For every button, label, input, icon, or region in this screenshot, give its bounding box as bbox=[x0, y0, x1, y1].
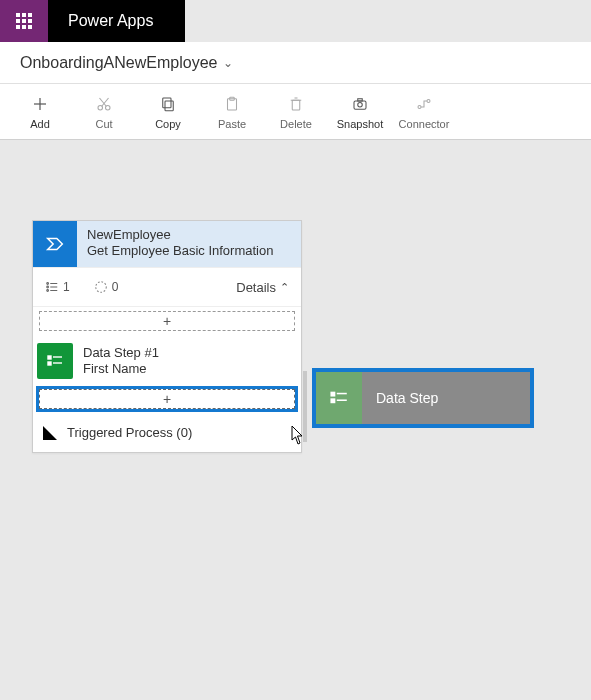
copy-icon bbox=[158, 94, 178, 114]
paste-button[interactable]: Paste bbox=[200, 84, 264, 140]
step-card-title-block: NewEmployee Get Employee Basic Informati… bbox=[77, 221, 301, 267]
triangle-icon bbox=[43, 426, 57, 440]
delete-button[interactable]: Delete bbox=[264, 84, 328, 140]
step-type-icon bbox=[33, 221, 77, 267]
step-card-header[interactable]: NewEmployee Get Employee Basic Informati… bbox=[33, 221, 301, 267]
triggered-process-row[interactable]: Triggered Process (0) bbox=[33, 415, 301, 452]
app-title: Power Apps bbox=[48, 12, 173, 30]
plus-icon: + bbox=[163, 391, 171, 407]
connector-label: Connector bbox=[399, 118, 450, 130]
svg-rect-31 bbox=[331, 399, 334, 402]
steps-count: 1 bbox=[45, 280, 70, 294]
svg-point-16 bbox=[418, 105, 421, 108]
details-toggle[interactable]: Details ⌃ bbox=[236, 280, 289, 295]
data-step-title: Data Step #1 bbox=[83, 345, 159, 361]
paste-label: Paste bbox=[218, 118, 246, 130]
add-button[interactable]: Add bbox=[8, 84, 72, 140]
svg-rect-10 bbox=[292, 100, 300, 110]
data-step-sub: First Name bbox=[83, 361, 159, 377]
svg-point-20 bbox=[47, 286, 49, 288]
svg-point-14 bbox=[358, 102, 363, 107]
pending-count-value: 0 bbox=[112, 280, 119, 294]
svg-point-18 bbox=[47, 283, 49, 285]
cut-label: Cut bbox=[95, 118, 112, 130]
waffle-icon bbox=[16, 13, 32, 29]
svg-point-22 bbox=[47, 290, 49, 292]
step-card-stats: 1 0 Details ⌃ bbox=[33, 267, 301, 307]
snapshot-button[interactable]: Snapshot bbox=[328, 84, 392, 140]
triggered-label: Triggered Process (0) bbox=[67, 425, 192, 440]
insert-slot-selected[interactable]: + bbox=[39, 389, 295, 409]
app-launcher-button[interactable] bbox=[0, 0, 48, 42]
connector-button[interactable]: Connector bbox=[392, 84, 456, 140]
svg-point-24 bbox=[95, 282, 106, 293]
data-step-icon bbox=[316, 372, 362, 424]
svg-point-17 bbox=[427, 99, 430, 102]
toolbar: Add Cut Copy Paste Delete Snapshot Con bbox=[0, 84, 591, 140]
svg-rect-25 bbox=[48, 356, 51, 359]
snapshot-label: Snapshot bbox=[337, 118, 383, 130]
copy-button[interactable]: Copy bbox=[136, 84, 200, 140]
step-title: NewEmployee bbox=[87, 227, 291, 243]
top-bar-spacer bbox=[185, 0, 591, 42]
step-subtitle: Get Employee Basic Information bbox=[87, 243, 291, 259]
chevron-down-icon[interactable]: ⌄ bbox=[223, 56, 233, 70]
plus-icon bbox=[30, 94, 50, 114]
data-step-text: Data Step #1 First Name bbox=[83, 345, 159, 378]
scrollbar[interactable] bbox=[303, 371, 307, 442]
svg-rect-7 bbox=[163, 98, 171, 108]
designer-canvas[interactable]: NewEmployee Get Employee Basic Informati… bbox=[0, 140, 591, 700]
data-step-icon bbox=[37, 343, 73, 379]
steps-count-value: 1 bbox=[63, 280, 70, 294]
flow-name[interactable]: OnboardingANewEmployee bbox=[20, 54, 217, 72]
pending-count: 0 bbox=[94, 280, 119, 294]
clipboard-icon bbox=[222, 94, 242, 114]
cut-button[interactable]: Cut bbox=[72, 84, 136, 140]
chevron-up-icon: ⌃ bbox=[280, 281, 289, 294]
drag-preview-tile[interactable]: Data Step bbox=[312, 368, 534, 428]
add-label: Add bbox=[30, 118, 50, 130]
drag-tile-label: Data Step bbox=[362, 390, 438, 406]
svg-rect-15 bbox=[358, 98, 363, 100]
top-bar: Power Apps bbox=[0, 0, 591, 42]
step-card-body: + Data Step #1 First Name + Triggered Pr… bbox=[33, 311, 301, 452]
trash-icon bbox=[286, 94, 306, 114]
data-step-item[interactable]: Data Step #1 First Name bbox=[33, 337, 301, 385]
copy-label: Copy bbox=[155, 118, 181, 130]
scissors-icon bbox=[94, 94, 114, 114]
connector-icon bbox=[414, 94, 434, 114]
breadcrumb-bar: OnboardingANewEmployee ⌄ bbox=[0, 42, 591, 84]
svg-rect-27 bbox=[48, 362, 51, 365]
step-card[interactable]: NewEmployee Get Employee Basic Informati… bbox=[32, 220, 302, 453]
camera-icon bbox=[350, 94, 370, 114]
svg-rect-29 bbox=[331, 392, 334, 395]
svg-rect-6 bbox=[165, 101, 173, 111]
details-label: Details bbox=[236, 280, 276, 295]
insert-slot-top[interactable]: + bbox=[39, 311, 295, 331]
delete-label: Delete bbox=[280, 118, 312, 130]
plus-icon: + bbox=[163, 313, 171, 329]
